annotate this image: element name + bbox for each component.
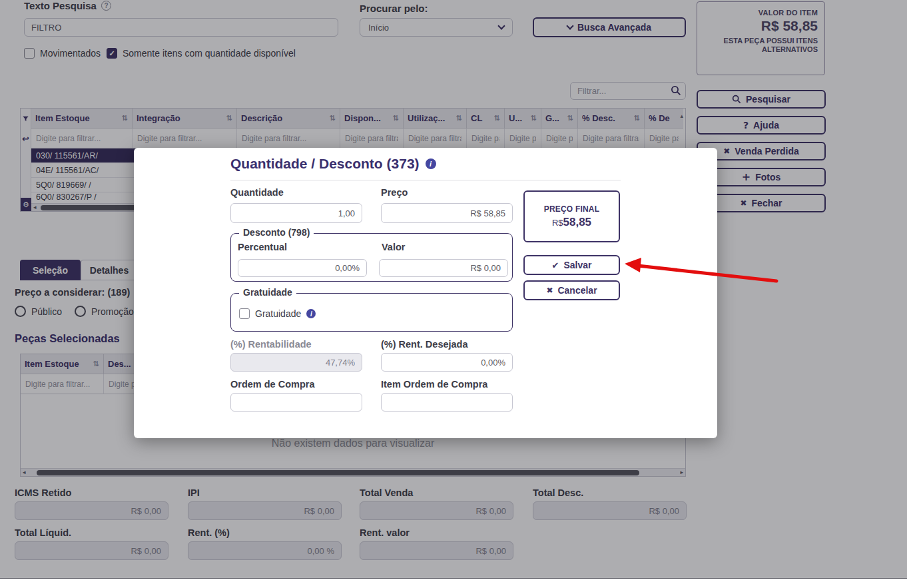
app-window: Texto Pesquisa ? Movimentados ✓ Somente … [0,0,907,588]
rentabilidade-input [230,353,362,372]
ordem-compra-input[interactable] [230,393,362,412]
preco-final-box: PREÇO FINAL R$58,85 [523,190,620,242]
quantidade-desconto-modal: Quantidade / Desconto (373) i Quantidade… [134,148,717,438]
info-icon[interactable]: i [426,158,436,169]
valor-input[interactable] [379,259,508,277]
salvar-button[interactable]: ✔ Salvar [523,255,620,275]
quantidade-label: Quantidade [230,187,284,198]
rentabilidade-label: (%) Rentabilidade [230,339,312,350]
preco-final-value: R$58,85 [552,216,591,229]
check-icon: ✔ [552,261,559,270]
gratuidade-legend: Gratuidade [239,287,296,298]
item-ordem-compra-label: Item Ordem de Compra [381,379,487,390]
gratuidade-checkbox-row[interactable]: Gratuidade i [239,308,316,319]
desconto-legend: Desconto (798) [239,227,314,238]
modal-title: Quantidade / Desconto (373) [230,156,420,172]
gratuidade-fieldset: Gratuidade Gratuidade i [230,293,513,332]
item-ordem-compra-input[interactable] [381,393,513,412]
gratuidade-checkbox-label: Gratuidade [255,308,301,319]
preco-final-prefix: R$ [552,218,563,228]
rent-desejada-label: (%) Rent. Desejada [381,339,468,350]
gratuidade-checkbox[interactable] [239,308,250,319]
percentual-label: Percentual [238,242,287,252]
quantidade-input[interactable] [230,203,362,223]
rent-desejada-input[interactable] [381,353,513,372]
preco-final-amount: 58,85 [563,216,592,228]
percentual-input[interactable] [238,259,367,277]
modal-title-row: Quantidade / Desconto (373) i [230,156,436,172]
valor-label: Valor [382,242,405,252]
cancelar-label: Cancelar [557,285,597,296]
ordem-compra-label: Ordem de Compra [230,379,315,390]
info-icon[interactable]: i [306,309,316,318]
close-icon: ✖ [546,286,553,294]
modal-divider [230,180,621,180]
cancelar-button[interactable]: ✖ Cancelar [523,280,620,300]
salvar-label: Salvar [563,260,591,270]
preco-final-label: PREÇO FINAL [544,204,600,214]
preco-label: Preço [381,187,408,198]
desconto-fieldset: Desconto (798) Percentual Valor [230,233,513,282]
preco-input[interactable] [381,203,513,223]
